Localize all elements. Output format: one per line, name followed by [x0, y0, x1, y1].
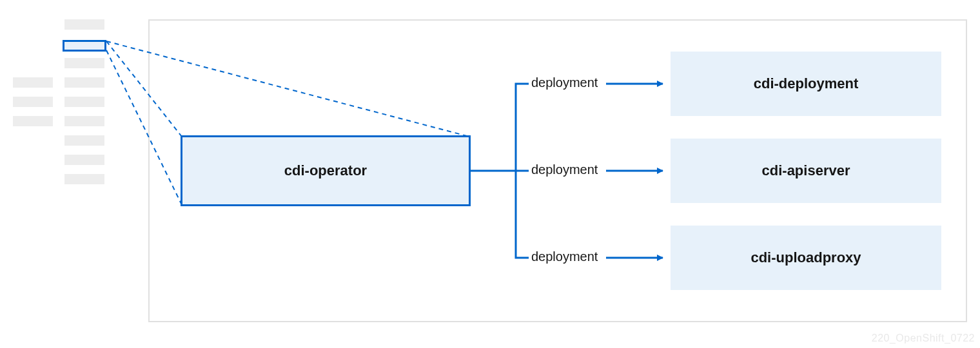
deployment-label: cdi-deployment	[754, 75, 859, 92]
thumb-block	[64, 155, 104, 165]
thumb-block	[64, 19, 104, 30]
edge-label: deployment	[530, 162, 599, 177]
edge-label: deployment	[530, 75, 599, 90]
thumb-block	[64, 116, 104, 126]
edge-label: deployment	[530, 249, 599, 264]
thumb-block	[13, 97, 53, 107]
thumb-block	[64, 77, 104, 88]
thumb-block	[13, 116, 53, 126]
deployment-label: cdi-uploadproxy	[750, 249, 861, 266]
operator-node: cdi-operator	[181, 135, 471, 206]
thumb-block	[64, 58, 104, 68]
deployment-label: cdi-apiserver	[762, 162, 850, 179]
operator-label: cdi-operator	[284, 162, 367, 179]
thumb-block	[13, 77, 53, 88]
deployment-node: cdi-deployment	[671, 52, 941, 116]
deployment-node: cdi-uploadproxy	[671, 226, 941, 290]
deployment-node: cdi-apiserver	[671, 139, 941, 203]
thumb-highlight	[63, 40, 106, 52]
thumb-block	[64, 97, 104, 107]
thumb-block	[64, 135, 104, 146]
thumb-block	[64, 174, 104, 184]
footer-note: 220_OpenShift_0722	[872, 333, 975, 344]
